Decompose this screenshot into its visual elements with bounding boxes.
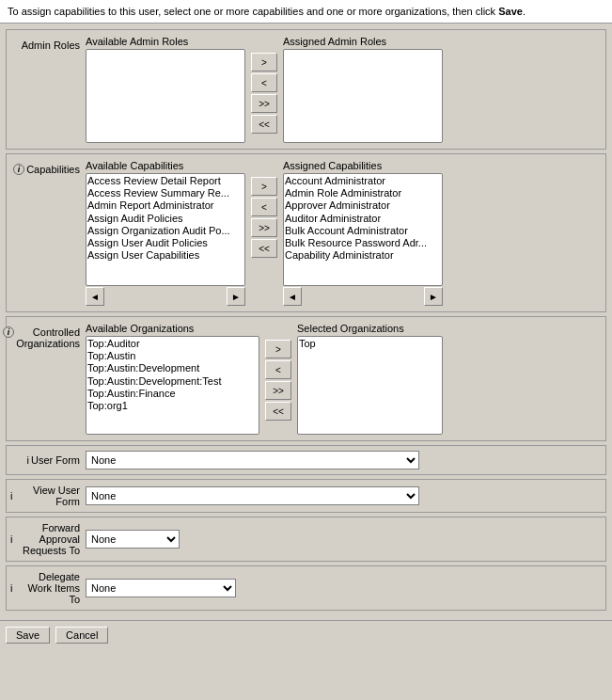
orgs-remove-all-button[interactable]: <<	[265, 402, 291, 421]
org-item[interactable]: Top:Auditor	[87, 338, 258, 350]
controlled-orgs-dual-list: Available Organizations Top:Auditor Top:…	[86, 323, 443, 435]
assigned-admin-roles-list[interactable]	[283, 49, 443, 143]
assigned-admin-roles-label: Assigned Admin Roles	[283, 36, 443, 47]
assigned-capabilities-label: Assigned Capabilities	[283, 160, 443, 171]
available-cap-item[interactable]: Assign Organization Audit Po...	[87, 225, 243, 237]
org-item[interactable]: Top:Austin	[87, 350, 258, 362]
org-item[interactable]: Top:Austin:Development:Test	[87, 375, 258, 388]
controlled-orgs-info-icon[interactable]: i	[3, 326, 14, 338]
assigned-capabilities-list[interactable]: Account Administrator Admin Role Adminis…	[283, 173, 443, 286]
available-cap-item[interactable]: Access Review Summary Re...	[87, 187, 243, 199]
cap-scroll-right-button[interactable]: ►	[227, 287, 245, 306]
delegate-work-items-select[interactable]: None	[86, 579, 236, 597]
available-capabilities-group: Available Capabilities Access Review Det…	[86, 160, 245, 306]
orgs-transfer-buttons: > < >> <<	[261, 323, 295, 421]
user-form-select[interactable]: None	[86, 451, 419, 469]
org-item[interactable]: Top:org1	[87, 400, 258, 412]
selected-orgs-list[interactable]: Top	[297, 336, 443, 435]
capabilities-section: i Capabilities Available Capabilities Ac…	[6, 153, 606, 312]
user-form-label: i User Form	[10, 454, 86, 466]
admin-roles-section: Admin Roles Available Admin Roles > < >>…	[6, 29, 606, 150]
admin-roles-remove-all-button[interactable]: <<	[251, 115, 277, 134]
controlled-orgs-section: i Controlled Organizations Available Org…	[6, 316, 606, 441]
forward-approval-label: i Forward Approval Requests To	[10, 522, 86, 556]
cap-scroll-left-button[interactable]: ◄	[86, 287, 104, 306]
controlled-orgs-body: Available Organizations Top:Auditor Top:…	[86, 323, 602, 435]
admin-roles-body: Available Admin Roles > < >> << Assigned…	[86, 36, 602, 143]
capabilities-dual-list: Available Capabilities Access Review Det…	[86, 160, 443, 306]
delegate-work-items-label: i Delegate Work Items To	[10, 571, 86, 605]
admin-roles-label: Admin Roles	[10, 36, 86, 51]
top-message-bold: Save	[498, 6, 523, 17]
save-button[interactable]: Save	[6, 627, 50, 644]
assigned-cap-item[interactable]: Bulk Resource Password Adr...	[285, 237, 441, 249]
org-item[interactable]: Top:Austin:Finance	[87, 388, 258, 400]
admin-roles-add-all-button[interactable]: >>	[251, 94, 277, 113]
assigned-admin-roles-group: Assigned Admin Roles	[283, 36, 443, 143]
available-cap-item[interactable]: Assign User Capabilities	[87, 249, 243, 262]
selected-org-item[interactable]: Top	[299, 338, 441, 350]
available-orgs-group: Available Organizations Top:Auditor Top:…	[86, 323, 259, 435]
forward-approval-info-icon[interactable]: i	[10, 533, 12, 545]
assigned-capabilities-group: Assigned Capabilities Account Administra…	[283, 160, 443, 306]
delegate-work-items-info-icon[interactable]: i	[10, 582, 12, 594]
orgs-add-all-button[interactable]: >>	[265, 381, 291, 400]
forward-approval-row: i Forward Approval Requests To None	[6, 517, 606, 562]
top-message-suffix: .	[523, 6, 526, 17]
available-capabilities-list[interactable]: Access Review Detail Report Access Revie…	[86, 173, 245, 286]
selected-orgs-label: Selected Organizations	[297, 323, 443, 334]
admin-roles-remove-button[interactable]: <	[251, 73, 277, 92]
admin-roles-dual-list: Available Admin Roles > < >> << Assigned…	[86, 36, 443, 143]
view-user-form-row: i View User Form None	[6, 479, 606, 513]
capabilities-info-icon[interactable]: i	[13, 164, 24, 175]
forward-approval-select[interactable]: None	[86, 530, 180, 549]
view-user-form-label: i View User Form	[10, 485, 86, 507]
cancel-button[interactable]: Cancel	[55, 627, 108, 644]
capabilities-transfer-buttons: > < >> <<	[247, 160, 281, 258]
org-item[interactable]: Top:Austin:Development	[87, 362, 258, 374]
view-user-form-info-icon[interactable]: i	[10, 490, 12, 501]
capabilities-label: i Capabilities	[10, 160, 86, 175]
orgs-remove-button[interactable]: <	[265, 360, 291, 379]
available-capabilities-label: Available Capabilities	[86, 160, 245, 171]
delegate-work-items-row: i Delegate Work Items To None	[6, 565, 606, 611]
available-cap-item[interactable]: Access Review Detail Report	[87, 175, 243, 187]
selected-orgs-group: Selected Organizations Top	[297, 323, 443, 435]
user-form-info-icon[interactable]: i	[27, 454, 29, 466]
capabilities-body: Available Capabilities Access Review Det…	[86, 160, 602, 306]
assigned-cap-item[interactable]: Account Administrator	[285, 175, 441, 187]
bottom-buttons-bar: Save Cancel	[0, 620, 612, 649]
capabilities-remove-all-button[interactable]: <<	[251, 239, 277, 258]
orgs-add-button[interactable]: >	[265, 340, 291, 358]
assigned-cap-scroll-left-button[interactable]: ◄	[283, 287, 302, 306]
assigned-cap-item[interactable]: Admin Role Administrator	[285, 187, 441, 199]
available-orgs-list[interactable]: Top:Auditor Top:Austin Top:Austin:Develo…	[86, 336, 259, 435]
controlled-orgs-label: i Controlled Organizations	[10, 323, 86, 349]
capabilities-add-all-button[interactable]: >>	[251, 218, 277, 237]
admin-roles-add-button[interactable]: >	[251, 53, 277, 72]
assigned-cap-item[interactable]: Bulk Account Administrator	[285, 225, 441, 237]
available-cap-item[interactable]: Assign Audit Policies	[87, 213, 243, 225]
assigned-cap-item[interactable]: Capability Administrator	[285, 249, 441, 262]
available-orgs-label: Available Organizations	[86, 323, 259, 334]
available-cap-item[interactable]: Admin Report Administrator	[87, 199, 243, 212]
available-admin-roles-label: Available Admin Roles	[86, 36, 245, 47]
available-cap-item[interactable]: Assign User Audit Policies	[87, 237, 243, 249]
available-admin-roles-group: Available Admin Roles	[86, 36, 245, 143]
capabilities-remove-button[interactable]: <	[251, 198, 277, 216]
view-user-form-select[interactable]: None	[86, 486, 419, 505]
assigned-cap-scroll-right-button[interactable]: ►	[424, 287, 443, 306]
top-message-text: To assign capabilities to this user, sel…	[8, 6, 498, 17]
top-message: To assign capabilities to this user, sel…	[0, 0, 612, 24]
available-admin-roles-list[interactable]	[86, 49, 245, 143]
admin-roles-transfer-buttons: > < >> <<	[247, 36, 281, 134]
assigned-cap-item[interactable]: Approver Administrator	[285, 199, 441, 212]
user-form-row: i User Form None	[6, 445, 606, 475]
capabilities-add-button[interactable]: >	[251, 177, 277, 196]
assigned-cap-item[interactable]: Auditor Administrator	[285, 213, 441, 225]
